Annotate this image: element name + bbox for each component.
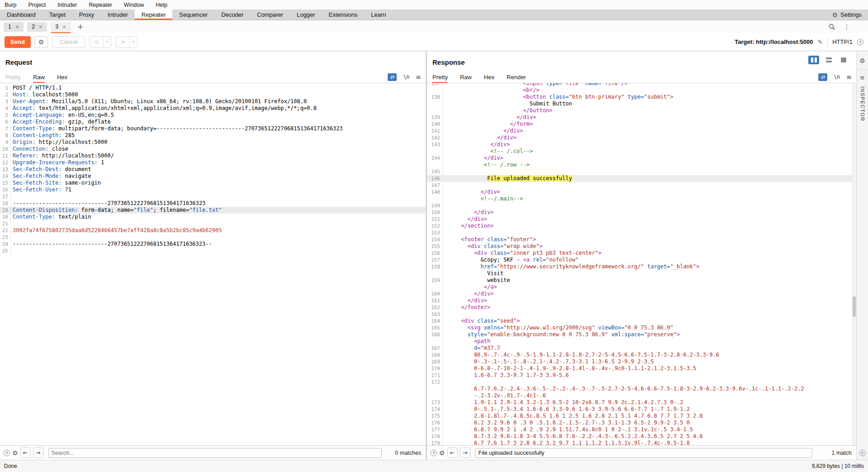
next-match-button[interactable]: → [33,448,43,458]
code-line[interactable]: 157 &copy; SKF - <a rel="nofollow" [427,257,856,263]
code-line[interactable]: 17 [0,193,426,200]
tab-repeater[interactable]: Repeater [135,10,172,20]
code-line[interactable]: 223002fa74f675802735daa6d5228466457be7af… [0,227,426,234]
edit-target-icon[interactable]: ✎ [817,38,823,46]
response-tab-raw[interactable]: Raw [460,71,472,83]
tab-decoder[interactable]: Decoder [214,10,250,20]
code-line[interactable]: 14Sec-Fetch-Mode: navigate [0,173,426,180]
help-icon[interactable]: ? [859,450,866,456]
send-button[interactable]: Send [5,36,31,48]
editor-menu-icon[interactable]: ≡ [416,73,421,81]
code-line[interactable]: 163 [427,311,856,318]
menu-help[interactable]: Help [156,2,167,8]
inspector-menu-icon[interactable]: ≡ [860,74,865,81]
code-line[interactable]: 23 [0,234,426,241]
request-tab-raw[interactable]: Raw [33,71,45,83]
help-icon[interactable]: ? [857,39,863,45]
tab-target[interactable]: Target [43,10,72,20]
prettify-icon[interactable]: ⇄ [818,73,827,81]
code-line[interactable]: 6Accept-Encoding: gzip, deflate [0,119,426,125]
tab-proxy[interactable]: Proxy [72,10,101,20]
code-line[interactable]: 13Sec-Fetch-Dest: document [0,166,426,173]
code-line[interactable]: 139 </div> [427,114,856,121]
search-settings-icon[interactable]: ⚙ [439,450,445,456]
code-line[interactable]: -.2-3.2v-.91.7-.4c1-.6 [427,392,856,399]
code-line[interactable]: <!-- /.row --> [427,162,856,168]
chevron-down-icon[interactable]: ▾ [103,37,111,48]
code-line[interactable]: 16Sec-Fetch-User: ?1 [0,186,426,193]
search-settings-icon[interactable]: ⚙ [12,450,18,456]
code-line[interactable]: 5Accept-Language: en-US,en;q=0.5 [0,112,426,119]
tab-intruder[interactable]: Intruder [101,10,135,20]
code-line[interactable]: <br/> [427,87,856,94]
layout-single-button[interactable] [838,56,849,64]
send-settings-button[interactable]: ⚙ [34,36,48,48]
settings-button[interactable]: ⚙ Settings [832,10,868,20]
tab-learn[interactable]: Learn [364,10,393,20]
repeater-tab-3[interactable]: 3 × [51,22,71,32]
layout-columns-button[interactable] [808,56,819,64]
close-icon[interactable]: × [38,24,43,30]
response-tab-pretty[interactable]: Pretty [432,71,448,83]
tab-logger[interactable]: Logger [290,10,322,20]
code-line[interactable]: 141 </div> [427,128,856,134]
menu-intruder[interactable]: Intruder [57,2,77,8]
code-line[interactable]: 144 </div> [427,155,856,162]
code-line[interactable]: </button> [427,107,856,114]
request-search-input[interactable] [48,448,382,458]
code-line[interactable]: 159 website [427,277,856,284]
code-line[interactable]: 176 6.2 3.2 9.6 0 .3 0 .5.1.8.2-.1.5-.2.… [427,420,856,426]
code-line[interactable]: 161 </div> [427,297,856,304]
add-tab-button[interactable]: + [77,22,84,31]
request-tab-pretty[interactable]: Pretty [5,71,21,83]
code-line[interactable]: <!--/.main--> [427,195,856,202]
help-icon[interactable]: ? [4,450,10,456]
code-line[interactable]: 146 File uploaded successfully [427,175,856,182]
history-back-button[interactable]: < ▾ [90,36,111,48]
http-version-label[interactable]: HTTP/1 [832,38,853,45]
code-line[interactable]: Visit [427,270,856,277]
next-match-button[interactable]: → [460,448,470,458]
code-line[interactable]: 148 </div> [427,189,856,195]
code-line[interactable]: 8Content-Length: 285 [0,132,426,139]
code-line[interactable]: 154 <footer class="footer"> [427,236,856,243]
code-line[interactable]: 11Referer: http://localhost:5000/ [0,153,426,159]
tab-dashboard[interactable]: Dashboard [0,10,43,20]
code-line[interactable]: 166 style="enable-background:new 0 0 75.… [427,331,856,338]
help-icon[interactable]: ? [431,450,437,456]
code-line[interactable]: 152 </section> [427,223,856,229]
code-line[interactable]: 12Upgrade-Insecure-Requests: 1 [0,159,426,166]
code-line[interactable]: 170 0-6.8-.7-10-2-1-.4-1.9-.9-2.8-1.4l-.… [427,365,856,372]
close-icon[interactable]: × [62,24,66,30]
code-line[interactable]: 174 0-.5.1-.7.5-3.4 1.6-6.6 3.3-9.6 1.6-… [427,406,856,413]
code-line[interactable]: 15Sec-Fetch-Site: same-origin [0,180,426,186]
code-line[interactable]: 160 </div> [427,291,856,297]
code-line[interactable]: 18-----------------------------270736512… [0,200,426,207]
code-line[interactable]: 142 </div> [427,134,856,141]
repeater-tab-1[interactable]: 1 × [4,22,24,32]
chevron-down-icon[interactable]: ▾ [129,37,137,48]
code-line[interactable]: 19Content-Disposition: form-data; name="… [0,207,426,214]
tab-sequencer[interactable]: Sequencer [172,10,214,20]
response-editor[interactable]: 137 <input type="file" name="file"/> <br… [427,83,856,445]
editor-menu-icon[interactable]: ≡ [846,73,852,81]
code-line[interactable]: 9Origin: http://localhost:5000 [0,139,426,146]
menu-repeater[interactable]: Repeater [89,2,112,8]
search-icon[interactable] [829,24,835,30]
code-line[interactable]: 164 <div class="seed"> [427,318,856,324]
code-line[interactable]: 138 <button class="btn btn-primary" type… [427,94,856,100]
layout-rows-button[interactable] [823,56,834,64]
prev-match-button[interactable]: ← [447,448,458,458]
newline-toggle-icon[interactable]: \n [403,74,409,80]
response-search-input[interactable] [475,448,812,458]
inspector-label[interactable]: INSPECTOR [860,86,865,121]
code-line[interactable]: 6.7-7.6.2-.2.4-.3.6-.5-.2-.2-.4-.3-.7-.5… [427,386,856,392]
code-line[interactable]: 171 1.6-6.7 3.3-9.7 1.7-3 3.9-5.6 [427,372,856,379]
code-line[interactable]: 2Host: localhost:5000 [0,91,426,98]
code-line[interactable]: 150 </div> [427,209,856,216]
more-options-icon[interactable]: ⋮ [844,23,850,30]
repeater-tab-2[interactable]: 2 × [27,22,47,32]
code-line[interactable]: <!-- /.col--> [427,148,856,155]
code-line[interactable]: Submit Button [427,100,856,107]
cancel-button[interactable]: Cancel [52,36,85,48]
